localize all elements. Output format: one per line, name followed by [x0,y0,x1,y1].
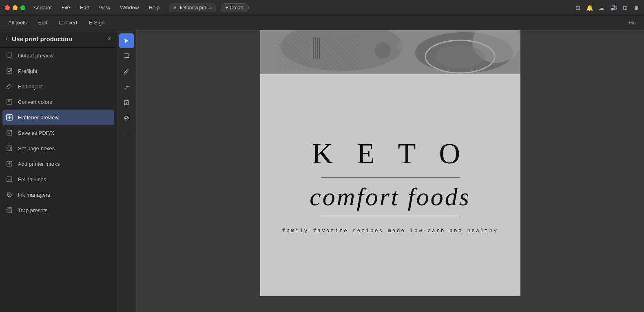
sidebar-item-add-printer-marks-label: Add printer marks [18,161,60,167]
svg-point-21 [124,116,128,120]
svg-point-31 [436,45,485,68]
stamp-tool-button[interactable] [119,111,134,125]
svg-rect-2 [7,68,12,73]
more-dots-icon: ··· [124,131,129,136]
create-label: Create [230,5,244,11]
document-area: K E T O comfort foods family favorite re… [136,30,644,312]
menu-edit[interactable]: Edit [78,4,91,11]
sidebar-item-fix-hairlines-label: Fix hairlines [18,176,46,182]
comfort-foods-title: comfort foods [310,184,471,209]
create-button[interactable]: + Create [221,3,249,12]
system-icons: ⊡ 🔔 ☁ 🔊 ⊞ ⏺ [575,4,639,11]
svg-rect-17 [8,209,11,210]
pencil-tool-button[interactable] [119,64,134,79]
menu-file[interactable]: File [60,4,72,11]
menu-view[interactable]: View [97,4,112,11]
sidebar-item-set-page-boxes-label: Set page boxes [18,145,55,152]
page-content: K E T O comfort foods family favorite re… [260,74,520,296]
title-bar: Acrobat File Edit View Window Help ★ ket… [0,0,644,15]
page-divider-bottom [321,216,460,216]
toolbar-find[interactable]: Fin [627,19,637,27]
sidebar-item-preflight-label: Preflight [18,68,38,74]
svg-point-14 [7,193,11,197]
notification-icon: 🔔 [586,4,593,11]
wifi-icon: ⊞ [623,4,628,11]
sidebar-item-flattener-preview[interactable]: Flattener preview [2,110,114,125]
sidebar-item-convert-colors[interactable]: Convert colors [0,94,117,110]
svg-rect-8 [8,147,11,149]
create-plus-icon: + [225,5,228,11]
output-preview-icon [6,52,13,59]
comment-tool-button[interactable] [119,49,134,64]
sidebar-item-ink-managers-label: Ink managers [18,192,50,198]
page-divider-top [321,177,460,178]
save-pdfx-icon [6,129,13,136]
sidebar-item-save-pdfx[interactable]: Save as PDF/X [0,125,117,141]
close-button[interactable] [5,5,10,10]
toolbar-edit[interactable]: Edit [37,18,49,27]
tab-close-icon[interactable]: × [208,5,212,11]
screen-share-icon: ⊡ [575,4,580,11]
tab-bar: ★ ketonew.pdf × + Create [169,3,249,12]
sidebar-item-save-pdfx-label: Save as PDF/X [18,130,54,136]
traffic-lights [5,5,25,10]
tab-label: ketonew.pdf [180,5,206,11]
menu-help[interactable]: Help [147,4,161,11]
svg-point-32 [374,42,391,59]
toolbar-all-tools[interactable]: All tools [7,18,29,27]
sidebar-item-fix-hairlines[interactable]: Fix hairlines [0,171,117,187]
svg-rect-4 [8,101,9,102]
sidebar-item-trap-presets[interactable]: Trap presets [0,202,117,218]
svg-text:AI: AI [125,101,128,105]
toolbar-convert[interactable]: Convert [57,18,79,27]
sidebar-title: Use print production [12,35,103,42]
page-top-image [260,30,520,74]
sidebar-item-add-printer-marks[interactable]: Add printer marks [0,156,117,171]
cloud-icon: ☁ [599,4,604,11]
minimize-button[interactable] [13,5,18,10]
sidebar-item-edit-object[interactable]: Edit object [0,79,117,94]
book-subtitle: family favorite recipes made low-carb an… [282,228,498,234]
main-toolbar: All tools Edit Convert E-Sign Fin [0,15,644,30]
add-printer-marks-icon [6,160,13,167]
toolbar-esign[interactable]: E-Sign [87,18,106,27]
sidebar-close-button[interactable]: × [108,35,111,42]
sidebar-item-flattener-preview-label: Flattener preview [18,114,59,121]
select-tool-button[interactable] [119,33,134,48]
menu-window[interactable]: Window [118,4,140,11]
flattener-preview-icon [6,114,13,121]
sidebar-back-button[interactable]: ‹ [6,35,8,42]
sidebar-header: ‹ Use print production × [0,30,117,48]
menu-acrobat[interactable]: Acrobat [32,4,53,11]
keto-title: K E T O [312,137,468,171]
svg-point-15 [9,194,10,196]
tool-column: AI ··· [117,30,136,312]
maximize-button[interactable] [20,5,25,10]
more-tools-button[interactable]: ··· [119,126,134,141]
svg-rect-7 [7,146,12,151]
pdf-tab[interactable]: ★ ketonew.pdf × [169,3,216,12]
link-tool-button[interactable] [119,80,134,94]
sidebar-item-set-page-boxes[interactable]: Set page boxes [0,141,117,156]
sidebar-item-ink-managers[interactable]: Ink managers [0,187,117,202]
crop-tool-button[interactable]: AI [119,95,134,110]
sidebar-item-convert-colors-label: Convert colors [18,99,52,105]
pdf-page: K E T O comfort foods family favorite re… [260,30,520,296]
svg-point-33 [397,40,409,53]
tab-star-icon: ★ [173,5,177,10]
fix-hairlines-icon [6,176,13,183]
ink-managers-icon [6,191,13,198]
sidebar-item-output-preview-label: Output preview [18,53,53,59]
volume-icon: 🔊 [610,4,617,11]
edit-object-icon [6,83,13,90]
left-sidebar: ‹ Use print production × Output preview … [0,30,117,312]
svg-rect-0 [7,53,12,57]
record-icon: ⏺ [633,4,639,11]
preflight-icon [6,67,13,75]
svg-rect-18 [124,54,129,57]
sidebar-item-preflight[interactable]: Preflight [0,63,117,79]
main-layout: ‹ Use print production × Output preview … [0,30,644,312]
svg-rect-6 [7,130,12,135]
sidebar-item-output-preview[interactable]: Output preview [0,48,117,63]
menu-bar: Acrobat File Edit View Window Help [32,4,161,11]
